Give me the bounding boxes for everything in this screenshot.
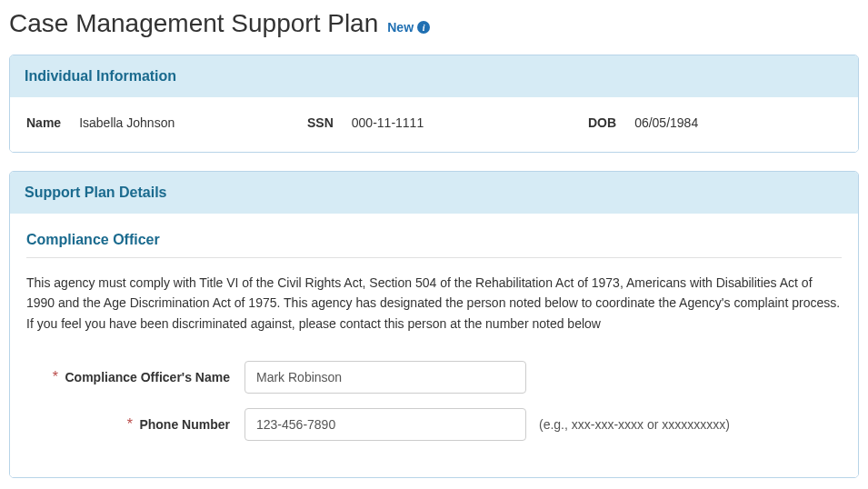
officer-name-input[interactable] bbox=[244, 361, 526, 394]
compliance-text: This agency must comply with Title VI of… bbox=[26, 273, 842, 334]
officer-name-row: * Compliance Officer's Name bbox=[26, 361, 842, 394]
required-star: * bbox=[53, 369, 58, 384]
phone-input[interactable] bbox=[244, 408, 526, 441]
support-plan-panel: Support Plan Details Compliance Officer … bbox=[9, 171, 859, 478]
phone-row: * Phone Number (e.g., xxx-xxx-xxxx or xx… bbox=[26, 408, 842, 441]
name-value: Isabella Johnson bbox=[79, 115, 175, 130]
individual-info-panel: Individual Information Name Isabella Joh… bbox=[9, 55, 859, 153]
phone-hint: (e.g., xxx-xxx-xxxx or xxxxxxxxxx) bbox=[539, 417, 730, 432]
page-header: Case Management Support Plan New i bbox=[9, 9, 859, 38]
officer-name-input-col bbox=[244, 361, 526, 394]
status-badge: New i bbox=[387, 20, 430, 35]
page-title: Case Management Support Plan bbox=[9, 9, 378, 38]
dob-label: DOB bbox=[588, 115, 616, 130]
compliance-officer-title: Compliance Officer bbox=[26, 232, 842, 258]
individual-info-header: Individual Information bbox=[10, 55, 858, 97]
officer-name-label: Compliance Officer's Name bbox=[65, 370, 230, 384]
info-icon[interactable]: i bbox=[417, 21, 430, 34]
phone-label: Phone Number bbox=[139, 417, 230, 432]
dob-group: DOB 06/05/1984 bbox=[588, 115, 842, 130]
required-star: * bbox=[127, 416, 133, 432]
support-plan-body: Compliance Officer This agency must comp… bbox=[10, 214, 858, 477]
individual-info-row: Name Isabella Johnson SSN 000-11-1111 DO… bbox=[26, 115, 842, 130]
ssn-value: 000-11-1111 bbox=[352, 115, 424, 130]
individual-info-body: Name Isabella Johnson SSN 000-11-1111 DO… bbox=[10, 97, 858, 152]
name-label: Name bbox=[26, 115, 61, 130]
dob-value: 06/05/1984 bbox=[634, 115, 698, 130]
support-plan-header: Support Plan Details bbox=[10, 172, 858, 214]
officer-name-label-col: * Compliance Officer's Name bbox=[26, 369, 244, 385]
ssn-label: SSN bbox=[307, 115, 334, 130]
phone-input-col bbox=[244, 408, 526, 441]
status-text: New bbox=[387, 20, 414, 35]
ssn-group: SSN 000-11-1111 bbox=[307, 115, 561, 130]
name-group: Name Isabella Johnson bbox=[26, 115, 280, 130]
phone-label-col: * Phone Number bbox=[26, 416, 244, 433]
